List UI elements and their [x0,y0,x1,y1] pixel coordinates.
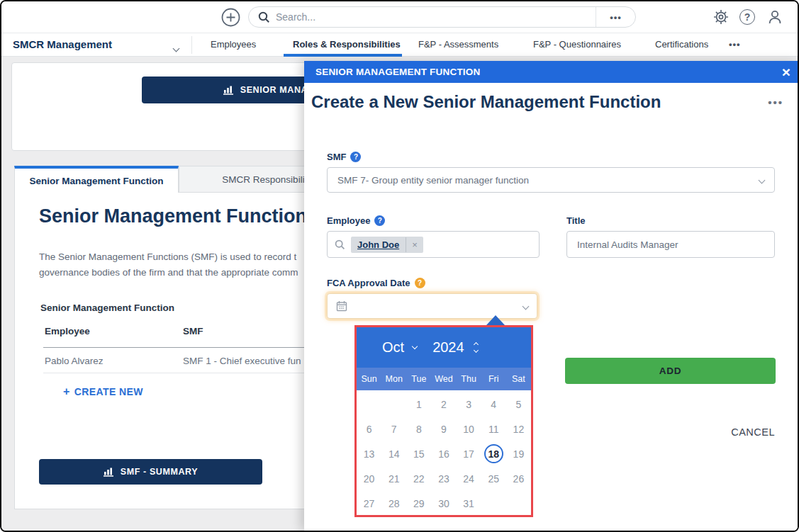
calendar-day-empty [357,392,381,417]
calendar-day[interactable]: 26 [506,466,531,491]
page-content: SENIOR MANAGERS A Senior Management Func… [1,57,798,531]
calendar-day[interactable]: 20 [357,466,381,491]
calendar-day[interactable]: 1 [406,392,431,417]
bar-chart-icon [104,467,115,477]
weekday-label: Fri [488,374,499,384]
active-tab-underline [284,54,402,57]
smf-select-value: SMF 7- Group entity senior manager funct… [337,175,759,186]
modal-header: SENIOR MANAGEMENT FUNCTION × [304,61,799,83]
month-select[interactable]: Oct [382,339,404,356]
calendar-day[interactable]: 22 [406,466,431,491]
add-button[interactable]: ADD [565,358,776,384]
modal-header-title: SENIOR MANAGEMENT FUNCTION [315,67,480,77]
tab-roles-responsibilities[interactable]: Roles & Responsibilities [293,39,401,50]
nav-divider [191,36,192,54]
calendar-day[interactable]: 4 [481,392,506,417]
calendar-day-empty [506,491,531,516]
calendar-day[interactable]: 17 [457,441,481,466]
weekday-label: Mon [386,374,403,384]
tab-senior-management-function[interactable]: Senior Management Function [14,166,179,193]
calendar-day[interactable]: 5 [506,392,531,417]
column-header-employee: Employee [45,326,90,336]
smf-field-label: SMF ? [327,152,361,162]
calendar-day-empty [381,392,406,417]
calendar-day[interactable]: 27 [357,491,381,516]
table-row-smf[interactable]: SMF 1 - Chief executive fun [183,356,301,366]
help-icon[interactable]: ? [350,152,361,162]
employee-search-input[interactable]: John Doe × [327,231,540,258]
chevron-down-icon [474,348,479,353]
calendar-day[interactable]: 8 [406,417,431,441]
tab-certifications[interactable]: Certifications [655,39,708,50]
title-field-label: Title [566,215,586,226]
employee-chip-label[interactable]: John Doe [351,237,406,253]
create-new-link[interactable]: +CREATE NEW [63,385,143,398]
calendar-weekday-row: SunMonTueWedThuFriSat [357,368,531,390]
calendar-day[interactable]: 12 [506,417,531,441]
chip-remove-icon[interactable]: × [406,237,423,252]
calendar-day[interactable]: 13 [357,441,381,466]
table-row-employee[interactable]: Pablo Alvarez [45,356,104,366]
calendar-day[interactable]: 31 [457,491,481,516]
modal-title: Create a New Senior Management Function [311,92,661,112]
help-icon[interactable]: ? [374,215,385,226]
app-title[interactable]: SMCR Management [13,38,112,50]
calendar-day[interactable]: 2 [431,392,456,417]
help-icon[interactable]: ? [415,278,425,288]
search-options-icon[interactable]: ••• [596,7,635,27]
chevron-down-icon [523,302,530,310]
add-new-icon[interactable] [221,8,240,27]
calendar-day[interactable]: 10 [457,417,481,441]
calendar-day[interactable]: 16 [431,441,456,466]
help-icon[interactable]: ? [739,9,756,26]
year-spinner[interactable] [474,343,478,352]
app-window: ••• ? SMCR Management Employees Roles & … [0,0,799,532]
calendar-day[interactable]: 24 [457,466,481,491]
smf-summary-button[interactable]: SMF - SUMMARY [39,459,262,485]
main-nav: SMCR Management Employees Roles & Respon… [1,33,798,57]
tab-fp-assessments[interactable]: F&P - Assessments [418,39,498,50]
search-input[interactable] [270,11,596,23]
bar-chart-icon [223,85,235,95]
table-title: Senior Management Function [40,302,174,313]
smf-select[interactable]: SMF 7- Group entity senior manager funct… [327,167,775,193]
calendar-day[interactable]: 14 [381,441,406,466]
search-icon [335,239,345,250]
calendar-day[interactable]: 25 [481,466,506,491]
calendar-day[interactable]: 29 [406,491,431,516]
calendar-header: Oct 2024 [357,327,531,368]
create-smf-modal: SENIOR MANAGEMENT FUNCTION × Create a Ne… [304,61,799,531]
column-header-smf: SMF [183,326,203,336]
weekday-label: Sat [512,374,525,384]
chevron-down-icon [174,41,179,54]
calendar-day[interactable]: 6 [357,417,381,441]
calendar-day[interactable]: 15 [406,441,431,466]
gear-icon[interactable] [713,9,730,26]
more-options-icon[interactable]: ••• [768,96,783,108]
calendar-day[interactable]: 21 [381,466,406,491]
tab-fp-questionnaires[interactable]: F&P - Questionnaires [533,39,621,50]
calendar-day[interactable]: 7 [381,417,406,441]
calendar-day[interactable]: 11 [481,417,506,441]
calendar-popup-caret [486,315,505,325]
calendar-day[interactable]: 19 [506,441,531,466]
tab-more-icon[interactable]: ••• [729,39,741,50]
close-icon[interactable]: × [782,62,790,82]
calendar-day[interactable]: 18 [481,441,506,466]
weekday-label: Tue [411,374,426,384]
title-input[interactable]: Internal Audits Manager [566,231,775,258]
calendar-day[interactable]: 9 [431,417,456,441]
weekday-label: Wed [435,374,452,384]
cancel-button[interactable]: CANCEL [731,426,775,438]
fca-date-field-label: FCA Approval Date ? [327,278,425,288]
calendar-day[interactable]: 3 [457,392,481,417]
user-icon[interactable] [766,9,783,26]
calendar-day[interactable]: 23 [431,466,456,491]
tab-employees[interactable]: Employees [211,39,256,50]
chevron-down-icon [759,176,766,183]
calendar-day[interactable]: 30 [431,491,456,516]
fca-date-input[interactable] [327,293,537,319]
calendar-day[interactable]: 28 [381,491,406,516]
weekday-label: Thu [461,374,476,384]
year-select[interactable]: 2024 [432,339,464,356]
